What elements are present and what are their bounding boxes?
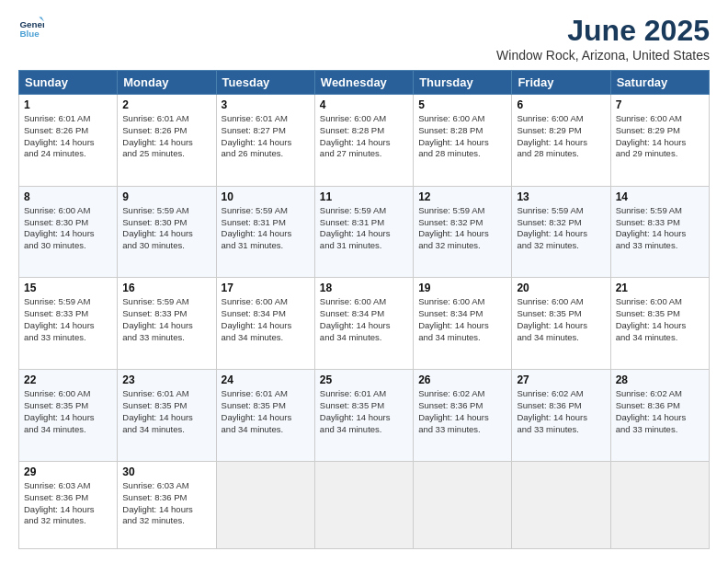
cell-line: and 34 minutes.	[24, 424, 112, 436]
cell-line: Sunset: 8:33 PM	[24, 308, 112, 320]
day-number: 25	[320, 373, 408, 386]
table-row: 7Sunrise: 6:00 AMSunset: 8:29 PMDaylight…	[610, 95, 709, 187]
cell-line: Daylight: 14 hours	[517, 228, 605, 240]
table-row: 16Sunrise: 5:59 AMSunset: 8:33 PMDayligh…	[118, 278, 216, 370]
cell-line: Daylight: 14 hours	[122, 228, 210, 240]
col-friday: Friday	[512, 71, 610, 95]
cell-line: Sunset: 8:34 PM	[320, 308, 408, 320]
cell-line: and 29 minutes.	[616, 148, 704, 160]
cell-line: Sunrise: 5:59 AM	[122, 205, 210, 217]
cell-line: Sunrise: 6:03 AM	[24, 480, 112, 492]
cell-line: and 27 minutes.	[320, 148, 408, 160]
cell-line: and 28 minutes.	[517, 148, 605, 160]
cell-line: Sunset: 8:33 PM	[616, 217, 704, 229]
cell-line: Sunset: 8:35 PM	[517, 308, 605, 320]
table-row: 10Sunrise: 5:59 AMSunset: 8:31 PMDayligh…	[216, 186, 314, 278]
cell-line: Daylight: 14 hours	[122, 137, 210, 149]
day-number: 15	[24, 282, 112, 294]
cell-content: Sunrise: 6:01 AMSunset: 8:35 PMDaylight:…	[320, 388, 408, 435]
day-number: 12	[418, 190, 506, 203]
cell-line: Sunset: 8:27 PM	[222, 125, 310, 137]
cell-line: and 34 minutes.	[418, 332, 506, 344]
table-row: 23Sunrise: 6:01 AMSunset: 8:35 PMDayligh…	[118, 370, 216, 462]
table-row: 26Sunrise: 6:02 AMSunset: 8:36 PMDayligh…	[414, 370, 512, 462]
col-thursday: Thursday	[414, 71, 512, 95]
cell-content: Sunrise: 6:00 AMSunset: 8:30 PMDaylight:…	[24, 205, 112, 252]
day-number: 21	[616, 282, 704, 294]
day-number: 17	[222, 282, 310, 294]
cell-line: Daylight: 14 hours	[320, 320, 408, 332]
table-row: 14Sunrise: 5:59 AMSunset: 8:33 PMDayligh…	[610, 186, 709, 278]
cell-line: Sunrise: 6:00 AM	[517, 113, 605, 125]
table-row: 17Sunrise: 6:00 AMSunset: 8:34 PMDayligh…	[216, 278, 314, 370]
cell-content: Sunrise: 6:00 AMSunset: 8:34 PMDaylight:…	[418, 296, 506, 343]
cell-line: Daylight: 14 hours	[222, 412, 310, 424]
day-number: 5	[418, 98, 506, 111]
cell-content: Sunrise: 5:59 AMSunset: 8:33 PMDaylight:…	[616, 205, 704, 252]
cell-content: Sunrise: 5:59 AMSunset: 8:32 PMDaylight:…	[418, 205, 506, 252]
table-row: 15Sunrise: 5:59 AMSunset: 8:33 PMDayligh…	[19, 278, 118, 370]
table-row: 21Sunrise: 6:00 AMSunset: 8:35 PMDayligh…	[610, 278, 709, 370]
cell-line: Sunrise: 6:00 AM	[320, 296, 408, 308]
cell-line: and 34 minutes.	[320, 332, 408, 344]
main-title: June 2025	[496, 14, 710, 48]
cell-line: and 32 minutes.	[24, 515, 112, 527]
cell-line: Sunset: 8:35 PM	[320, 400, 408, 412]
table-row: 1Sunrise: 6:01 AMSunset: 8:26 PMDaylight…	[19, 95, 118, 187]
title-block: June 2025 Window Rock, Arizona, United S…	[496, 14, 710, 63]
cell-content: Sunrise: 6:02 AMSunset: 8:36 PMDaylight:…	[418, 388, 506, 435]
cell-line: Daylight: 14 hours	[418, 412, 506, 424]
cell-line: Sunrise: 6:03 AM	[122, 480, 210, 492]
cell-content: Sunrise: 6:02 AMSunset: 8:36 PMDaylight:…	[616, 388, 704, 435]
cell-line: Sunrise: 6:00 AM	[24, 205, 112, 217]
cell-line: Daylight: 14 hours	[517, 412, 605, 424]
cell-line: Daylight: 14 hours	[24, 320, 112, 332]
cell-line: Daylight: 14 hours	[122, 504, 210, 516]
cell-line: Sunset: 8:28 PM	[418, 125, 506, 137]
cell-content: Sunrise: 6:01 AMSunset: 8:26 PMDaylight:…	[122, 113, 210, 160]
table-row: 22Sunrise: 6:00 AMSunset: 8:35 PMDayligh…	[19, 370, 118, 462]
cell-content: Sunrise: 6:00 AMSunset: 8:29 PMDaylight:…	[616, 113, 704, 160]
day-number: 4	[320, 98, 408, 111]
cell-line: Sunrise: 6:00 AM	[418, 296, 506, 308]
cell-content: Sunrise: 5:59 AMSunset: 8:33 PMDaylight:…	[122, 296, 210, 343]
cell-content: Sunrise: 6:00 AMSunset: 8:35 PMDaylight:…	[517, 296, 605, 343]
cell-line: and 33 minutes.	[616, 240, 704, 252]
cell-line: Sunset: 8:36 PM	[616, 400, 704, 412]
cell-line: Sunrise: 6:01 AM	[320, 388, 408, 400]
col-tuesday: Tuesday	[216, 71, 314, 95]
table-row: 27Sunrise: 6:02 AMSunset: 8:36 PMDayligh…	[512, 370, 610, 462]
cell-line: Daylight: 14 hours	[24, 504, 112, 516]
cell-line: and 33 minutes.	[616, 424, 704, 436]
cell-line: and 34 minutes.	[222, 332, 310, 344]
cell-line: Sunset: 8:33 PM	[122, 308, 210, 320]
cell-line: and 33 minutes.	[122, 332, 210, 344]
cell-line: Sunset: 8:34 PM	[222, 308, 310, 320]
col-sunday: Sunday	[19, 71, 118, 95]
day-number: 28	[616, 373, 704, 386]
cell-line: and 32 minutes.	[418, 240, 506, 252]
cell-line: Sunset: 8:35 PM	[122, 400, 210, 412]
table-row: 8Sunrise: 6:00 AMSunset: 8:30 PMDaylight…	[19, 186, 118, 278]
cell-line: Daylight: 14 hours	[122, 412, 210, 424]
cell-line: Sunset: 8:31 PM	[320, 217, 408, 229]
cell-line: Sunrise: 6:01 AM	[24, 113, 112, 125]
cell-line: and 26 minutes.	[222, 148, 310, 160]
cell-line: Sunset: 8:30 PM	[122, 217, 210, 229]
cell-line: Sunset: 8:36 PM	[517, 400, 605, 412]
cell-line: Sunset: 8:36 PM	[122, 492, 210, 504]
cell-line: Sunset: 8:32 PM	[418, 217, 506, 229]
table-row: 20Sunrise: 6:00 AMSunset: 8:35 PMDayligh…	[512, 278, 610, 370]
cell-line: Daylight: 14 hours	[320, 228, 408, 240]
cell-line: and 33 minutes.	[517, 424, 605, 436]
cell-content: Sunrise: 6:00 AMSunset: 8:34 PMDaylight:…	[320, 296, 408, 343]
day-number: 7	[616, 98, 704, 111]
cell-line: Sunrise: 6:01 AM	[122, 388, 210, 400]
cell-line: Sunrise: 5:59 AM	[122, 296, 210, 308]
cell-line: Daylight: 14 hours	[222, 228, 310, 240]
cell-line: Sunrise: 6:01 AM	[222, 113, 310, 125]
cell-line: Daylight: 14 hours	[222, 137, 310, 149]
table-row: 4Sunrise: 6:00 AMSunset: 8:28 PMDaylight…	[314, 95, 413, 187]
table-row: 25Sunrise: 6:01 AMSunset: 8:35 PMDayligh…	[314, 370, 413, 462]
day-number: 23	[122, 373, 210, 386]
